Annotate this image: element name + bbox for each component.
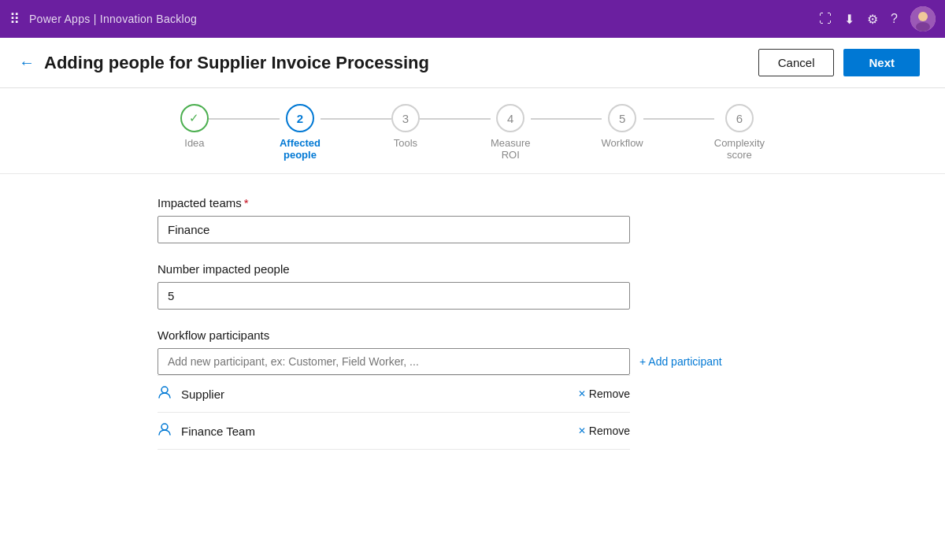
- waffle-icon[interactable]: ⠿: [9, 10, 20, 28]
- header-actions: Cancel Next: [758, 49, 920, 76]
- remove-finance-team-label: Remove: [589, 425, 630, 437]
- main-content: Impacted teams* Number impacted people W…: [0, 174, 945, 491]
- participant-name-supplier: Supplier: [181, 388, 578, 401]
- topbar-app-name: Power Apps | Innovation Backlog: [29, 13, 197, 25]
- number-impacted-people-section: Number impacted people: [158, 262, 788, 310]
- screen-icon[interactable]: ⛶: [819, 12, 832, 26]
- remove-finance-team-button[interactable]: ✕ Remove: [578, 425, 630, 437]
- step-3-circle: 3: [391, 104, 420, 132]
- participant-row-supplier: Supplier ✕ Remove: [158, 376, 630, 413]
- connector-4-5: [531, 118, 602, 120]
- workflow-participants-section: Workflow participants + Add participant …: [158, 328, 788, 450]
- number-impacted-people-input[interactable]: [158, 282, 630, 310]
- svg-point-2: [916, 22, 930, 32]
- add-participant-area: + Add participant: [158, 348, 788, 375]
- step-complexity-score: 6 Complexityscore: [714, 104, 765, 161]
- next-button[interactable]: Next: [843, 49, 920, 76]
- svg-point-4: [161, 424, 168, 430]
- remove-x-icon-supplier: ✕: [578, 388, 586, 399]
- step-2-label: Affectedpeople: [280, 137, 321, 161]
- step-5-label: Workflow: [602, 137, 643, 149]
- step-1-label: Idea: [184, 137, 204, 149]
- step-idea: ✓ Idea: [180, 104, 209, 149]
- connector-5-6: [643, 118, 714, 120]
- download-icon[interactable]: ⬇: [844, 12, 854, 27]
- avatar[interactable]: [910, 6, 936, 32]
- number-impacted-people-label: Number impacted people: [158, 262, 788, 276]
- remove-supplier-button[interactable]: ✕ Remove: [578, 388, 630, 400]
- workflow-participants-label: Workflow participants: [158, 328, 788, 342]
- connector-3-4: [420, 118, 491, 120]
- participant-icon-supplier: [158, 385, 172, 402]
- help-icon[interactable]: ?: [891, 12, 898, 26]
- svg-point-1: [918, 12, 928, 21]
- connector-1-2: [209, 118, 280, 120]
- impacted-teams-section: Impacted teams*: [158, 196, 788, 243]
- connector-2-3: [321, 118, 391, 120]
- step-6-circle: 6: [725, 104, 754, 132]
- step-5-circle: 5: [608, 104, 636, 132]
- required-indicator: *: [244, 196, 249, 210]
- step-4-label: MeasureROI: [491, 137, 531, 161]
- participant-row-finance-team: Finance Team ✕ Remove: [158, 413, 630, 450]
- settings-icon[interactable]: ⚙: [867, 12, 878, 27]
- impacted-teams-label: Impacted teams*: [158, 196, 788, 210]
- remove-x-icon-finance-team: ✕: [578, 425, 586, 436]
- remove-supplier-label: Remove: [589, 388, 630, 400]
- participants-list: Supplier ✕ Remove Finance Team ✕ Remov: [158, 375, 630, 450]
- participant-icon-finance-team: [158, 422, 172, 439]
- step-6-label: Complexityscore: [714, 137, 765, 161]
- add-participant-button[interactable]: + Add participant: [639, 355, 722, 368]
- svg-point-3: [161, 387, 168, 393]
- back-button[interactable]: ←: [19, 54, 35, 72]
- step-affected-people: 2 Affectedpeople: [280, 104, 321, 161]
- step-3-label: Tools: [394, 137, 417, 149]
- step-tools: 3 Tools: [391, 104, 420, 149]
- step-measure-roi: 4 MeasureROI: [491, 104, 531, 161]
- step-2-circle: 2: [286, 104, 314, 132]
- topbar: ⠿ Power Apps | Innovation Backlog ⛶ ⬇ ⚙ …: [0, 0, 945, 38]
- page-header: ← Adding people for Supplier Invoice Pro…: [0, 38, 945, 88]
- cancel-button[interactable]: Cancel: [758, 49, 835, 76]
- impacted-teams-input[interactable]: [158, 216, 630, 243]
- stepper: ✓ Idea 2 Affectedpeople 3 Tools 4 Measur…: [0, 88, 945, 174]
- topbar-icons: ⛶ ⬇ ⚙ ?: [819, 6, 936, 32]
- step-1-circle: ✓: [180, 104, 209, 132]
- step-4-circle: 4: [496, 104, 524, 132]
- page-title: Adding people for Supplier Invoice Proce…: [44, 53, 758, 73]
- step-workflow: 5 Workflow: [602, 104, 643, 149]
- participant-name-finance-team: Finance Team: [181, 425, 578, 438]
- add-participant-input[interactable]: [158, 348, 630, 375]
